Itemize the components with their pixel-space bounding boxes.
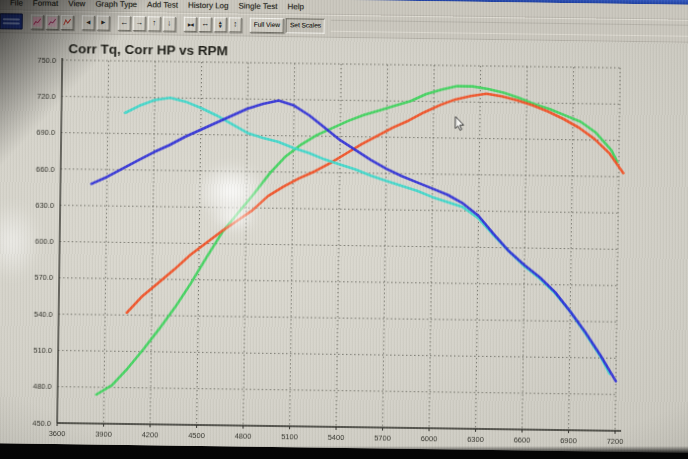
expand-vertical-button[interactable]: ↕ (229, 17, 242, 32)
scroll-up-button[interactable]: ↑ (148, 16, 161, 31)
grid-line-horizontal (58, 387, 616, 395)
y-tick-label: 510.0 (33, 346, 52, 355)
mouse-cursor (455, 117, 463, 131)
x-tick-label: 5700 (374, 433, 391, 442)
full-view-button[interactable]: Full View (250, 17, 284, 32)
menu-add-test[interactable]: Add Test (142, 0, 183, 9)
y-tick-label: 720.0 (37, 92, 56, 101)
curve-corr-tq-run-1 (89, 98, 620, 381)
menu-file[interactable]: File (5, 0, 28, 7)
menu-single-test[interactable]: Single Test (233, 1, 282, 11)
graph-type-area-button[interactable] (46, 14, 59, 29)
compress-horizontal-button[interactable]: ▸◂ (184, 16, 197, 31)
y-tick-label: 570.0 (34, 273, 53, 282)
curve-corr-hp-run-2 (127, 89, 624, 320)
curve-corr-tq-run-2 (122, 97, 614, 374)
toolbar-groove (331, 20, 688, 37)
set-scales-button[interactable]: Set Scales (286, 18, 325, 34)
y-tick-label: 660.0 (36, 164, 55, 173)
x-tick-label: 5100 (281, 432, 298, 441)
grid-line-vertical (383, 65, 388, 428)
chart-grid (57, 60, 620, 431)
monitor-screen: FileFormatViewGraph TypeAdd TestHistory … (0, 0, 688, 453)
y-axis (57, 58, 62, 423)
graph-type-curve-button[interactable] (61, 15, 74, 30)
x-tick-label: 6900 (560, 436, 577, 445)
x-tick-label: 4500 (188, 431, 205, 440)
chart-axis-labels: 3600390042004500480051005400570060006300… (32, 55, 628, 446)
pan-left-button[interactable]: ◂ (82, 15, 95, 30)
x-tick-label: 6300 (467, 435, 484, 444)
menu-history-log[interactable]: History Log (183, 0, 234, 10)
chart-axes (57, 58, 626, 434)
y-tick-label: 750.0 (37, 55, 56, 64)
chart-title: Corr Tq, Corr HP vs RPM (68, 41, 228, 58)
chart-curves[interactable] (89, 81, 625, 402)
y-tick-label: 450.0 (32, 418, 51, 427)
x-tick-label: 4200 (142, 430, 159, 439)
x-tick-label: 7200 (607, 437, 624, 446)
scroll-down-button[interactable]: ↓ (163, 16, 176, 31)
scroll-left-button[interactable]: ← (118, 15, 131, 30)
x-tick-label: 5400 (328, 433, 345, 442)
x-tick-label: 3900 (95, 430, 112, 439)
chart-area: Corr Tq, Corr HP vs RPM 3600390042004500… (0, 33, 688, 453)
y-tick-label: 480.0 (33, 382, 52, 391)
menu-view[interactable]: View (63, 0, 90, 8)
app-icon[interactable] (0, 13, 23, 29)
graph-type-line-button[interactable] (31, 14, 44, 29)
y-tick-label: 630.0 (35, 200, 54, 209)
y-tick-label: 690.0 (36, 128, 55, 137)
x-tick-label: 6600 (514, 435, 531, 444)
curve-corr-hp-run-1 (96, 81, 618, 402)
y-tick-label: 600.0 (35, 237, 54, 246)
pan-right-button[interactable]: ▸ (97, 15, 110, 30)
x-tick-label: 4800 (235, 431, 252, 440)
expand-horizontal-button[interactable]: ↔ (199, 16, 212, 31)
menu-help[interactable]: Help (282, 2, 309, 11)
dyno-chart: Corr Tq, Corr HP vs RPM 3600390042004500… (0, 33, 688, 456)
scroll-right-button[interactable]: → (133, 16, 146, 31)
photo-of-monitor: { "window": { "menu_items": ["File", "Fo… (0, 0, 688, 459)
x-tick-label: 6000 (421, 434, 438, 443)
y-tick-label: 540.0 (34, 309, 53, 318)
x-tick-label: 3600 (49, 429, 66, 438)
menu-graph-type[interactable]: Graph Type (90, 0, 142, 9)
compress-vertical-button[interactable]: ▴▾ (214, 17, 227, 32)
menu-format[interactable]: Format (28, 0, 63, 8)
